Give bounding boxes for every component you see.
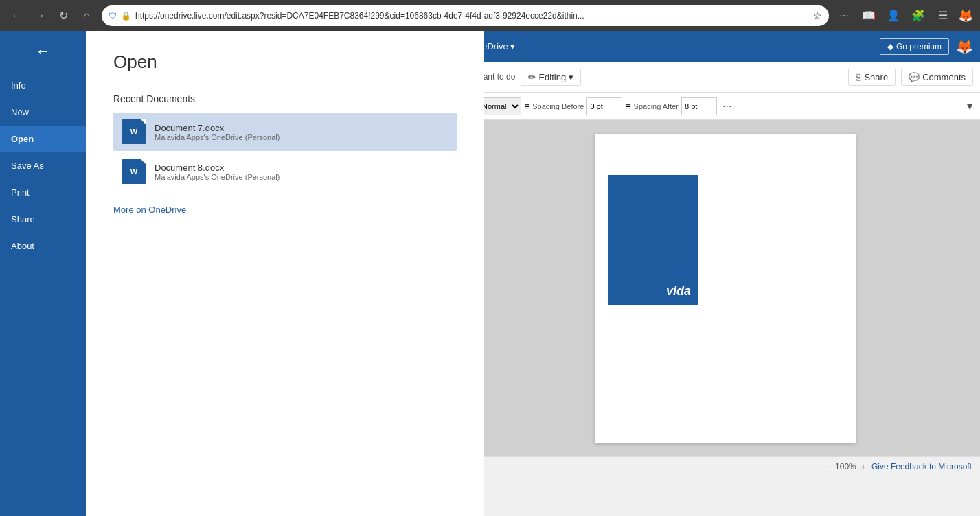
address-bar-container: 🛡 🔒 ☆ [102,5,829,26]
extensions-icon-button[interactable]: 🧩 [909,6,928,25]
malavida-logo-text: vida [666,284,691,298]
doc-location-7: Malavida Apps's OneDrive (Personal) [155,133,280,141]
doc-info-8: Document 8.docx Malavida Apps's OneDrive… [155,163,280,181]
doc-name-7: Document 7.docx [155,123,280,133]
browser-chrome: ← → ↻ ⌂ 🛡 🔒 ☆ ··· 📖 👤 🧩 ☰ 🦊 [0,0,980,31]
back-nav-button[interactable]: ← [7,6,26,25]
status-bar: − 100% + Give Feedback to Microsoft [470,456,980,476]
zoom-in-button[interactable]: + [861,461,866,472]
comments-button[interactable]: 💬 Comments [901,69,973,86]
sidebar-item-info[interactable]: Info [0,72,86,99]
sidebar-item-open[interactable]: Open [0,126,86,152]
share-icon: ⎘ [856,72,861,82]
sidebar-item-new[interactable]: New [0,99,86,126]
expand-toolbar-button[interactable]: ▼ [965,101,975,112]
lock-icon: 🔒 [121,11,131,21]
header-actions: ◆ Go premium 🦊 [880,38,973,55]
spacing-before-icon: ≡ [524,101,529,112]
formatting-bar: Normal ≡ Spacing Before ≡ Spacing After … [470,93,980,120]
doc-content-area: vida [595,134,856,443]
doc-location-8: Malavida Apps's OneDrive (Personal) [155,173,280,181]
comments-icon: 💬 [909,72,920,82]
doc-canvas: vida [470,120,980,456]
doc-item-8[interactable]: W Document 8.docx Malavida Apps's OneDri… [113,152,457,191]
more-options-button[interactable]: ··· [720,99,734,114]
sidebar-item-save-as[interactable]: Save As [0,152,86,179]
word-icon-8: W [122,159,146,184]
sidebar-item-share[interactable]: Share [0,206,86,233]
word-editor-background: neDrive ▾ ◆ Go premium 🦊 want to do ✏ Ed… [470,31,980,516]
bookmark-icon[interactable]: ☆ [813,10,822,21]
spacing-after-label: Spacing After [634,102,679,110]
spacing-after-icon: ≡ [625,101,630,112]
chevron-down-icon: ▾ [569,72,573,82]
zoom-controls: − 100% + [825,461,866,472]
doc-page: vida [595,134,856,443]
spacing-before-group: ≡ Spacing Before [524,97,622,115]
go-premium-button[interactable]: ◆ Go premium [880,38,949,55]
file-sidebar: ← Info New Open Save As Print Share Abou… [0,31,86,516]
doc-info-7: Document 7.docx Malavida Apps's OneDrive… [155,123,280,141]
browser-actions: ··· 📖 👤 🧩 ☰ 🦊 [834,6,973,25]
browser-logo: 🦊 [958,8,973,23]
open-panel-title: Open [113,51,457,73]
malavida-logo-area: vida [608,175,698,305]
fox-logo-header: 🦊 [956,38,973,55]
refresh-button[interactable]: ↻ [54,6,73,25]
zoom-out-button[interactable]: − [825,461,831,472]
share-button[interactable]: ⎘ Share [848,69,896,86]
sidebar-item-about[interactable]: About [0,233,86,259]
nav-buttons: ← → ↻ ⌂ [7,6,96,25]
word-header: neDrive ▾ ◆ Go premium 🦊 [470,31,980,62]
word-icon-7: W [122,119,146,144]
open-panel: Open Recent Documents W Document 7.docx … [86,31,484,516]
editing-button[interactable]: ✏ Editing ▾ [521,69,581,86]
feedback-link[interactable]: Give Feedback to Microsoft [871,462,972,471]
word-toolbar: want to do ✏ Editing ▾ ⎘ Share 💬 Comment… [470,62,980,93]
hamburger-button[interactable]: ☰ [933,6,953,25]
app-container: ← Info New Open Save As Print Share Abou… [0,31,980,516]
diamond-icon: ◆ [887,42,893,51]
zoom-level: 100% [835,462,856,471]
spacing-after-group: ≡ Spacing After [625,97,717,115]
doc-item-7[interactable]: W Document 7.docx Malavida Apps's OneDri… [113,113,457,151]
profile-button[interactable]: 👤 [884,6,903,25]
pencil-icon: ✏ [528,72,536,82]
spacing-after-input[interactable] [681,97,717,115]
shield-icon: 🛡 [109,11,117,21]
address-bar[interactable] [135,11,809,21]
home-button[interactable]: ⌂ [77,6,96,25]
more-on-onedrive-link[interactable]: More on OneDrive [113,204,186,215]
doc-list: W Document 7.docx Malavida Apps's OneDri… [113,113,457,191]
spacing-before-label: Spacing Before [532,102,584,110]
recent-docs-title: Recent Documents [113,93,457,104]
spacing-before-input[interactable] [586,97,622,115]
extensions-button[interactable]: ··· [834,6,854,25]
forward-nav-button[interactable]: → [30,6,49,25]
back-button[interactable]: ← [30,38,57,65]
pocket-button[interactable]: 📖 [859,6,878,25]
doc-name-8: Document 8.docx [155,163,280,173]
sidebar-item-print[interactable]: Print [0,179,86,206]
